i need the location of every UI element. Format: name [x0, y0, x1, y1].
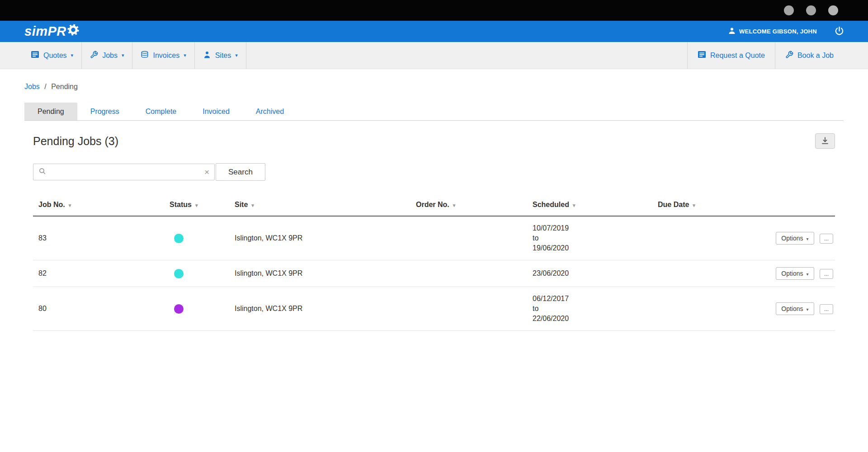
sort-caret-icon: ▾ [693, 202, 695, 208]
window-control-2[interactable] [806, 5, 816, 15]
job-no-cell[interactable]: 80 [33, 287, 164, 331]
nav-menu: Quotes ▾ Jobs ▾ Invoices ▾ Sites ▾ [24, 42, 246, 69]
column-header-scheduled[interactable]: Scheduled▾ [527, 195, 652, 216]
column-header-due-date[interactable]: Due Date▾ [652, 195, 763, 216]
options-label: Options [781, 270, 803, 277]
tab-invoiced[interactable]: Invoiced [189, 103, 243, 120]
more-button[interactable]: ... [820, 234, 833, 244]
simpro-logo[interactable]: simPR [24, 24, 79, 39]
window-titlebar [0, 0, 868, 21]
chevron-down-icon: ▾ [807, 236, 809, 241]
document-icon [698, 50, 706, 61]
column-label: Due Date [658, 201, 689, 208]
status-dot[interactable] [174, 269, 184, 278]
sort-caret-icon: ▾ [453, 202, 456, 208]
welcome-text: WELCOME GIBSON, JOHN [739, 28, 817, 35]
status-dot[interactable] [174, 304, 184, 314]
column-header-actions [763, 195, 835, 216]
table-row: 83 Islington, WC1X 9PR 10/07/2019 to 19/… [33, 216, 835, 260]
table-row: 82 Islington, WC1X 9PR 23/06/2020 Option… [33, 260, 835, 287]
actions-cell: Options▾ ... [763, 260, 835, 287]
tab-archived[interactable]: Archived [243, 103, 297, 120]
download-icon [821, 136, 830, 146]
column-label: Job No. [38, 201, 65, 208]
column-header-job-no[interactable]: Job No.▾ [33, 195, 164, 216]
column-label: Status [170, 201, 192, 208]
quotes-icon [31, 50, 39, 61]
job-no-cell[interactable]: 83 [33, 216, 164, 260]
person-icon [203, 51, 211, 61]
search-input[interactable] [46, 164, 199, 180]
tab-complete[interactable]: Complete [132, 103, 189, 120]
logo-text-pr: PR [47, 24, 66, 39]
request-quote-button[interactable]: Request a Quote [687, 42, 775, 69]
site-cell: Islington, WC1X 9PR [229, 260, 410, 287]
options-label: Options [781, 305, 803, 312]
column-header-order-no[interactable]: Order No.▾ [410, 195, 527, 216]
search-icon [33, 167, 46, 177]
due-date-cell [652, 260, 763, 287]
tab-bar: Pending Progress Complete Invoiced Archi… [24, 103, 844, 121]
user-icon [728, 27, 736, 36]
book-job-button[interactable]: Book a Job [775, 42, 844, 69]
chevron-down-icon: ▾ [71, 53, 74, 58]
sort-caret-icon: ▾ [195, 202, 198, 208]
options-label: Options [781, 235, 803, 242]
actions-cell: Options▾ ... [763, 216, 835, 260]
breadcrumb-jobs-link[interactable]: Jobs [24, 83, 40, 90]
chevron-down-icon: ▾ [184, 53, 186, 58]
chevron-down-icon: ▾ [807, 307, 809, 312]
pending-jobs-panel: Pending Jobs (3) × Search [24, 133, 844, 331]
status-cell [164, 260, 229, 287]
coins-icon [141, 51, 149, 61]
column-header-status[interactable]: Status▾ [164, 195, 229, 216]
due-date-cell [652, 216, 763, 260]
column-label: Site [235, 201, 248, 208]
order-no-cell [410, 260, 527, 287]
actions-cell: Options▾ ... [763, 287, 835, 331]
options-button[interactable]: Options▾ [776, 267, 814, 280]
search-box: × [33, 164, 215, 180]
column-label: Order No. [416, 201, 449, 208]
main-nav: Quotes ▾ Jobs ▾ Invoices ▾ Sites ▾ [0, 42, 868, 69]
options-button[interactable]: Options▾ [776, 232, 814, 245]
chevron-down-icon: ▾ [122, 53, 124, 58]
nav-label: Jobs [102, 52, 118, 60]
window-control-3[interactable] [828, 5, 838, 15]
power-icon [834, 26, 844, 38]
nav-item-jobs[interactable]: Jobs ▾ [82, 42, 132, 69]
table-header-row: Job No.▾ Status▾ Site▾ Order No.▾ Schedu… [33, 195, 835, 216]
tab-progress[interactable]: Progress [77, 103, 132, 120]
sort-caret-icon: ▾ [573, 202, 576, 208]
column-header-site[interactable]: Site▾ [229, 195, 410, 216]
welcome-user[interactable]: WELCOME GIBSON, JOHN [728, 27, 817, 36]
logout-button[interactable] [834, 26, 844, 38]
page-content: Jobs / Pending Pending Progress Complete… [0, 83, 868, 331]
search-button[interactable]: Search [216, 163, 265, 181]
status-dot[interactable] [174, 234, 184, 243]
breadcrumb: Jobs / Pending [24, 83, 844, 91]
logo-text-sim: sim [24, 24, 47, 39]
jobs-table: Job No.▾ Status▾ Site▾ Order No.▾ Schedu… [33, 195, 835, 331]
scheduled-cell: 06/12/2017 to 22/06/2020 [527, 287, 652, 331]
job-no-cell[interactable]: 82 [33, 260, 164, 287]
order-no-cell [410, 287, 527, 331]
window-control-1[interactable] [784, 5, 794, 15]
sort-caret-icon: ▾ [69, 202, 71, 208]
nav-item-quotes[interactable]: Quotes ▾ [24, 42, 82, 69]
scheduled-cell: 10/07/2019 to 19/06/2020 [527, 216, 652, 260]
search-row: × Search [33, 163, 835, 181]
nav-item-invoices[interactable]: Invoices ▾ [132, 42, 194, 69]
due-date-cell [652, 287, 763, 331]
clear-search-icon[interactable]: × [199, 168, 214, 176]
download-button[interactable] [815, 133, 835, 149]
page-title: Pending Jobs (3) [33, 135, 118, 148]
column-label: Scheduled [533, 201, 569, 208]
order-no-cell [410, 216, 527, 260]
header-right: WELCOME GIBSON, JOHN [728, 26, 844, 38]
options-button[interactable]: Options▾ [776, 302, 814, 315]
nav-item-sites[interactable]: Sites ▾ [195, 42, 246, 69]
more-button[interactable]: ... [820, 304, 833, 314]
tab-pending[interactable]: Pending [24, 103, 77, 120]
more-button[interactable]: ... [820, 269, 833, 279]
